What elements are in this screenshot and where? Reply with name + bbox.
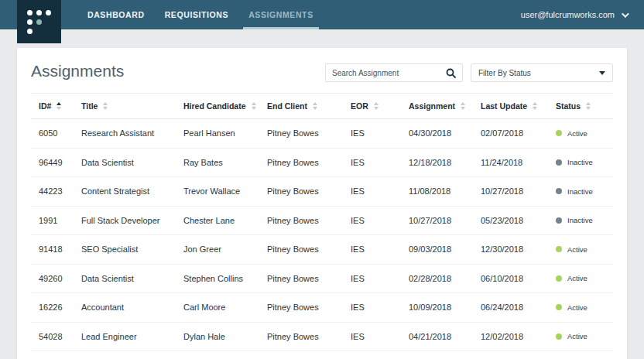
status-filter-dropdown[interactable]: Filter By Status <box>471 63 613 82</box>
search-input[interactable] <box>332 69 446 77</box>
assignments-card: Assignments Filter By Status ID#TitleHir… <box>17 48 627 359</box>
logo-dots-icon <box>27 10 51 34</box>
status-filter-label: Filter By Status <box>478 69 531 77</box>
cell-candidate: Ray Bates <box>176 148 259 177</box>
cell-title: SEO Specialist <box>74 235 176 265</box>
column-header-hired-candidate: Hired Candidate <box>176 94 259 119</box>
cell-last-update: 11/24/2018 <box>473 148 548 177</box>
sort-arrows-icon <box>103 102 108 110</box>
cell-title: Accountant <box>74 293 176 323</box>
column-label: Assignment <box>409 101 455 111</box>
column-header-last-update: Last Update <box>473 94 548 119</box>
status-dot-icon <box>556 188 562 194</box>
sort-toggle[interactable]: ID# <box>39 101 61 111</box>
cell-candidate: Stephen Collins <box>176 264 259 293</box>
cell-end-client: Pitney Bowes <box>259 235 343 265</box>
cell-id: 96449 <box>31 148 74 177</box>
sort-arrows-icon <box>374 102 379 110</box>
cell-title: Data Scientist <box>74 148 176 177</box>
cell-end-client: Pitney Bowes <box>259 177 343 207</box>
sort-toggle[interactable]: Title <box>81 101 108 111</box>
table-row[interactable]: 96449 Data Scientist Ray Bates Pitney Bo… <box>31 148 613 177</box>
cell-title: Research Assistant <box>74 119 176 149</box>
sort-toggle[interactable]: Hired Candidate <box>183 101 256 111</box>
column-header-eor: EOR <box>343 94 401 119</box>
column-label: ID# <box>39 101 51 111</box>
column-header-id-: ID# <box>31 94 74 119</box>
cell-candidate: Carl Moore <box>176 293 259 323</box>
cell-eor: IES <box>343 119 401 149</box>
user-email: user@fulcrumworks.com <box>521 10 615 19</box>
column-header-status: Status <box>548 94 613 119</box>
top-navbar: DASHBOARD REQUISITIONS ASSIGNMENTS user@… <box>0 0 644 29</box>
status-dot-icon <box>556 130 562 136</box>
sort-toggle[interactable]: End Client <box>267 101 317 111</box>
sort-toggle[interactable]: Assignment <box>409 101 465 111</box>
sort-toggle[interactable]: Last Update <box>481 101 537 111</box>
table-row[interactable]: 1991 Full Stack Developer Chester Lane P… <box>31 206 613 235</box>
cell-status: Active <box>548 293 613 323</box>
cell-id: 49260 <box>31 264 74 293</box>
sort-arrows-icon <box>461 102 465 110</box>
table-row[interactable]: 44223 Content Strategist Trevor Wallace … <box>31 177 613 207</box>
cell-end-client: Pitney Bowes <box>259 148 343 177</box>
status-dot-icon <box>556 217 562 224</box>
status-label: Inactive <box>567 216 593 224</box>
cell-end-client: Pitney Bowes <box>259 322 343 351</box>
cell-title: Data Scientist <box>74 264 176 293</box>
column-label: End Client <box>267 101 307 111</box>
column-header-end-client: End Client <box>259 94 343 119</box>
cell-assignment: 09/03/2018 <box>401 235 473 265</box>
cell-id: 1991 <box>31 206 74 235</box>
cell-assignment: 11/08/2018 <box>401 177 473 207</box>
cell-candidate: Dylan Hale <box>176 322 259 351</box>
table-header: ID#TitleHired CandidateEnd ClientEORAssi… <box>31 94 613 119</box>
cell-status: Active <box>548 235 613 265</box>
nav-item-requisitions[interactable]: REQUISITIONS <box>155 0 238 29</box>
chevron-down-icon <box>622 10 629 18</box>
column-header-title: Title <box>74 94 176 119</box>
cell-last-update: 10/27/2018 <box>473 177 548 207</box>
user-menu[interactable]: user@fulcrumworks.com <box>521 10 627 19</box>
status-dot-icon <box>556 333 562 340</box>
cell-status: Inactive <box>548 206 613 235</box>
cell-id: 91418 <box>31 235 74 265</box>
column-label: Last Update <box>481 101 527 111</box>
cell-end-client: Pitney Bowes <box>259 293 343 323</box>
search-icon[interactable] <box>446 68 456 78</box>
cell-status: Active <box>548 264 613 293</box>
cell-last-update: 06/24/2018 <box>473 293 548 323</box>
table-row[interactable]: 91418 SEO Specialist Jon Greer Pitney Bo… <box>31 235 613 265</box>
column-label: Status <box>556 101 581 111</box>
table-row[interactable]: 16226 Accountant Carl Moore Pitney Bowes… <box>31 293 613 323</box>
cell-eor: IES <box>343 177 401 207</box>
cell-assignment: 10/27/2018 <box>401 206 473 235</box>
status-dot-icon <box>556 159 562 166</box>
column-label: Title <box>81 101 98 111</box>
sort-toggle[interactable]: Status <box>556 101 591 111</box>
cell-last-update: 05/23/2018 <box>473 206 548 235</box>
table-row[interactable]: 49260 Data Scientist Stephen Collins Pit… <box>31 264 613 293</box>
cell-status: Inactive <box>548 177 613 207</box>
cell-last-update: 12/30/2018 <box>473 235 548 265</box>
table-row[interactable]: 6050 Research Assistant Pearl Hansen Pit… <box>31 119 613 149</box>
cell-status: Inactive <box>548 148 613 177</box>
cell-eor: IES <box>343 264 401 293</box>
cell-status: Active <box>548 119 613 149</box>
caret-down-icon <box>599 71 605 75</box>
cell-candidate: Jon Greer <box>176 235 259 265</box>
table-row[interactable]: 54028 Lead Engineer Dylan Hale Pitney Bo… <box>31 322 613 351</box>
status-label: Inactive <box>567 158 593 166</box>
nav-item-assignments[interactable]: ASSIGNMENTS <box>238 0 324 29</box>
brand-logo[interactable] <box>17 0 61 43</box>
sort-toggle[interactable]: EOR <box>351 101 379 111</box>
cell-candidate: Pearl Hansen <box>176 119 259 149</box>
cell-title: Lead Engineer <box>74 322 176 351</box>
nav-item-dashboard[interactable]: DASHBOARD <box>77 0 155 29</box>
status-label: Inactive <box>567 187 593 196</box>
cell-end-client: Pitney Bowes <box>259 264 343 293</box>
status-label: Active <box>567 245 587 254</box>
cell-assignment: 12/18/2018 <box>401 148 473 177</box>
cell-end-client: Pitney Bowes <box>259 206 343 235</box>
cell-candidate: Trevor Wallace <box>176 177 259 207</box>
